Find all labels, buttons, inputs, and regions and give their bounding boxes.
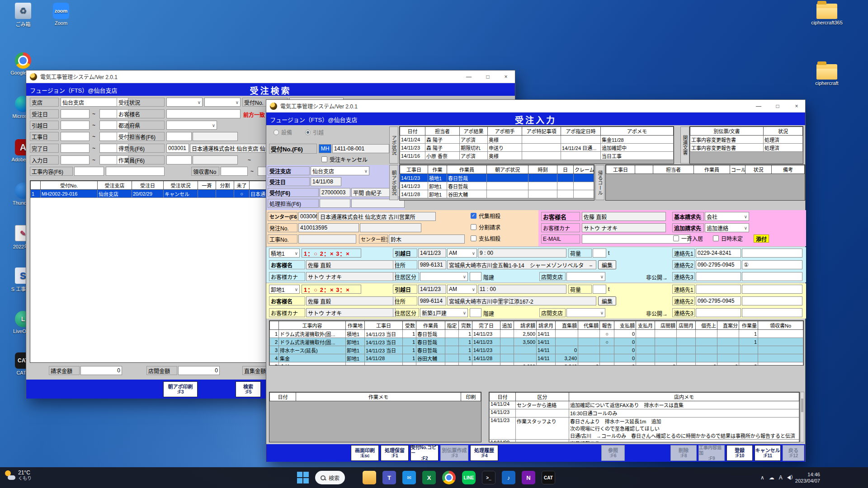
order-date-from[interactable]	[61, 109, 90, 118]
site-kana-field[interactable]: サトウ ナオキ	[306, 308, 396, 317]
taskbar-search[interactable]: 検索	[315, 471, 345, 484]
desktop-icon-ciphercraft365[interactable]: ciphercraft365	[809, 4, 844, 25]
address-field[interactable]: 宮城県大崎市古川中里宇江添167-2	[447, 296, 596, 305]
morning-apo-print-button[interactable]: 朝アポ印刷:F3	[163, 381, 198, 397]
prefecture-select[interactable]: ∨	[166, 121, 217, 130]
taskbar-icon-teams[interactable]: T	[382, 471, 396, 484]
screen-print-button[interactable]: 画面印刷:Esc	[351, 445, 379, 461]
receipt-number-field[interactable]: 1411-08-001	[332, 144, 389, 153]
taskbar-icon-onenote[interactable]: N	[522, 471, 535, 484]
table-row[interactable]: 14/11/24森 陽子アポ済奥様集金11/28	[400, 136, 674, 144]
store-memo-scrollbar[interactable]	[800, 392, 804, 442]
move-time-field[interactable]: 11 : 00	[478, 285, 566, 294]
group-movein-checkbox[interactable]	[673, 235, 679, 241]
residence-type-select[interactable]: ∨	[420, 272, 468, 281]
cancel-button[interactable]: キャンセル:F11	[755, 445, 781, 461]
taskbar-icon-line[interactable]: LINE	[462, 471, 476, 484]
table-row[interactable]: 工事内容変更報告書処理済	[690, 144, 803, 152]
return-call-table[interactable]: 工事日担当者作業員コール状況備考	[606, 165, 805, 174]
tab-morning-apo[interactable]: 朝アポ状況	[389, 165, 398, 200]
register-button[interactable]: 登録:F10	[726, 445, 753, 461]
ampm-select[interactable]: AM∨	[447, 285, 477, 294]
table-row[interactable]: 14/11/23作業スタッフより春日さんより 排水ホース延長1m 追加 次の現場…	[490, 418, 799, 440]
taskbar-icon-chrome[interactable]	[442, 471, 456, 484]
table-row[interactable]: 5合計6,0003,240000002	[270, 362, 803, 366]
order-cancel-checkbox[interactable]	[321, 156, 327, 162]
reference-button[interactable]: 参照:F6	[601, 445, 625, 461]
table-row[interactable]: 3排水ホース(延長)卸地114/11/23 当日1春日哲哉114/11/2314…	[270, 346, 803, 354]
table-row[interactable]: 14/11/24センターから連絡追加確認について返信FAXあり 排水ホースは直集	[490, 401, 799, 409]
base-billing-select[interactable]: 会社∨	[705, 212, 749, 221]
input-window-titlebar[interactable]: 電気工事管理システム/Ver 2.0.1	[266, 100, 805, 113]
customer-name-input[interactable]	[166, 109, 241, 118]
site-kana-field[interactable]: サトウ ナオキ	[306, 272, 396, 281]
table-row[interactable]: 工事内容変更報告書処理済	[690, 136, 803, 144]
taskbar-icon-terminal[interactable]: >_	[482, 471, 495, 484]
floors-field[interactable]	[470, 272, 481, 281]
site-customer-field[interactable]: 佐藤 直毅	[306, 260, 396, 269]
desktop-icon-ciphercraft[interactable]: ciphercraft	[809, 64, 844, 86]
contact1-field[interactable]: 0229-24-8241	[696, 249, 741, 258]
search-window-titlebar[interactable]: 電気工事管理システム/Ver 2.0.1	[26, 70, 515, 83]
desktop-icon-recycle-bin[interactable]: ♻ ごみ箱	[5, 3, 41, 28]
work-no-field[interactable]	[298, 235, 356, 244]
order-date-field[interactable]: 14/11/08	[311, 177, 341, 186]
taskbar-icon-explorer[interactable]	[363, 471, 376, 484]
contact1b-field[interactable]	[742, 285, 802, 294]
payment-offset-checkbox[interactable]	[471, 235, 476, 241]
contact3-field[interactable]	[696, 308, 741, 317]
tab-apo-status[interactable]: アポ状況	[389, 127, 398, 164]
contact1-field[interactable]	[696, 285, 741, 294]
tab-return-call[interactable]: 帰るコール	[595, 165, 604, 200]
move-date-field[interactable]: 14/11/23	[418, 285, 446, 294]
search-button[interactable]: 検索:F5	[236, 381, 261, 397]
taskbar-icon-media[interactable]: ♪	[502, 471, 515, 484]
po-number-field[interactable]: 410013595	[298, 223, 359, 232]
datetime-tbd-checkbox[interactable]	[713, 235, 719, 241]
work-memo-table[interactable]: 日付作業メモ印刷	[269, 392, 481, 401]
ime-indicator[interactable]: A	[779, 474, 783, 481]
minimize-icon[interactable]: —	[459, 70, 478, 83]
apo-status-table[interactable]: 日付担当者アポ結果アポ相手アポ特記事項アポ指定日時アポメモ14/11/24森 陽…	[400, 127, 674, 160]
reception-staff-code[interactable]	[166, 132, 192, 141]
table-row[interactable]: 14/11/2316:30日通コールのみ	[490, 409, 799, 418]
move-date-field[interactable]: 14/11/23	[418, 249, 446, 258]
load-volume-field[interactable]	[593, 285, 606, 294]
po-number2-field[interactable]	[360, 223, 421, 232]
attachment-badge[interactable]: 添付	[754, 235, 769, 243]
delete-button[interactable]: 削除:F8	[670, 445, 697, 461]
copy-receipt-no-button[interactable]: 受付No.コピー:F2	[410, 445, 439, 461]
work-date-from[interactable]	[61, 132, 90, 141]
add-work-button[interactable]: 工事内容追加:F9	[698, 445, 725, 461]
system-tray[interactable]: ∧ ☁ A 14:46 2023/04/07	[760, 467, 820, 488]
equipment-radio[interactable]	[274, 130, 279, 135]
tray-chevron-icon[interactable]: ∧	[760, 474, 764, 481]
center-staff-field[interactable]: 鈴木	[389, 235, 465, 244]
extra-billing-select[interactable]: 追加連絡∨	[705, 223, 749, 232]
complete-date-from[interactable]	[61, 144, 90, 153]
store-memo-table[interactable]: 日付区分店内メモ14/11/24センターから連絡追加確認について返信FAXあり …	[489, 392, 799, 442]
address-field[interactable]: 宮城県大崎市古川金五輪1-9-14 シャーメゾンリベルタ −	[447, 260, 596, 269]
contact3b-field[interactable]	[742, 272, 802, 281]
table-row[interactable]: 4集金卸地114/11/281谷田大輔114/11/2814/113,2400	[270, 354, 803, 362]
hold-button[interactable]: 処理保留:F1	[381, 445, 409, 461]
maximize-icon[interactable]: □	[478, 70, 497, 83]
history-button[interactable]: 処理履歴:F4	[470, 445, 498, 461]
edit-button[interactable]: 編集	[598, 296, 616, 305]
interstore-branch-select[interactable]: ∨	[566, 272, 605, 281]
client-code[interactable]: 003001	[166, 144, 189, 153]
minimize-icon[interactable]: —	[749, 100, 768, 113]
ampm-select[interactable]: AM∨	[447, 249, 477, 258]
taskbar-icon-mail[interactable]: ✉	[402, 471, 416, 484]
unloading-site-select[interactable]: 卸地1∨	[269, 285, 300, 294]
start-button[interactable]	[296, 471, 310, 484]
site-customer-field[interactable]: 佐藤 直毅	[306, 296, 396, 305]
table-row[interactable]: 2ドラム式洗濯機取付(固...卸地114/11/23 当日1春日哲哉114/11…	[270, 338, 803, 346]
zip-field[interactable]: 989-6131	[418, 260, 446, 269]
order-status-select2[interactable]: ∨	[204, 98, 241, 107]
maximize-icon[interactable]: □	[768, 100, 787, 113]
table-row[interactable]: 14/11/23積地1春日哲哉	[400, 174, 594, 182]
move-time-field[interactable]: 9 : 00	[478, 249, 566, 258]
work-content-input2[interactable]	[106, 167, 165, 176]
worker-code[interactable]	[166, 155, 192, 164]
